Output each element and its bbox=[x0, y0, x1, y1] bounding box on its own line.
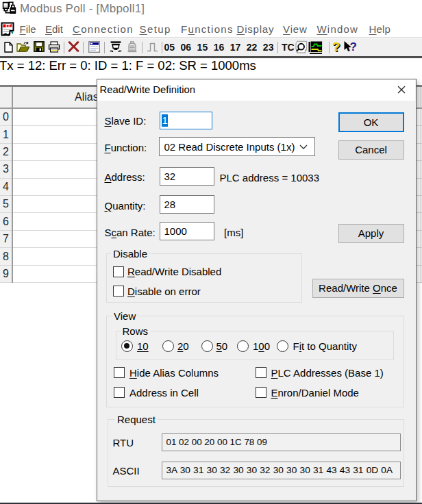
svg-text:?: ? bbox=[350, 40, 357, 53]
